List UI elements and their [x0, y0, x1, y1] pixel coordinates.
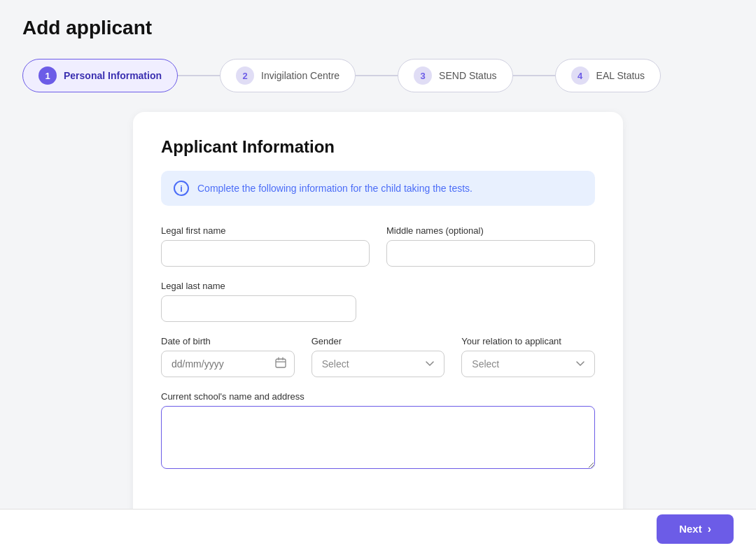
relation-group: Your relation to applicant Select Parent…	[461, 336, 595, 377]
step-3-label: SEND Status	[439, 70, 496, 81]
main-content: Applicant Information i Complete the fol…	[22, 112, 734, 531]
step-3-number: 3	[414, 66, 432, 85]
dob-input[interactable]	[161, 351, 295, 377]
gender-select[interactable]: Select Male Female Other	[312, 351, 445, 377]
step-2[interactable]: 2 Invigilation Centre	[220, 59, 356, 92]
relation-label: Your relation to applicant	[461, 336, 595, 346]
step-1[interactable]: 1 Personal Information	[22, 59, 178, 92]
school-textarea[interactable]	[161, 406, 595, 469]
relation-select[interactable]: Select Parent Guardian Other	[461, 351, 595, 377]
gender-label: Gender	[312, 336, 445, 346]
dob-label: Date of birth	[161, 336, 295, 346]
step-connector-1	[178, 75, 220, 76]
legal-last-name-label: Legal last name	[161, 281, 356, 291]
legal-first-name-group: Legal first name	[161, 225, 370, 267]
dob-input-wrapper	[161, 351, 295, 377]
school-group: Current school's name and address	[161, 391, 595, 469]
gender-group: Gender Select Male Female Other	[312, 336, 445, 377]
bottom-bar: Next ›	[0, 509, 756, 548]
step-connector-3	[513, 75, 555, 76]
step-1-label: Personal Information	[64, 70, 162, 81]
step-1-number: 1	[38, 66, 57, 85]
step-3[interactable]: 3 SEND Status	[398, 59, 512, 92]
form-row-2: Legal last name	[161, 281, 595, 322]
dob-group: Date of birth	[161, 336, 295, 377]
step-4[interactable]: 4 EAL Status	[555, 59, 662, 92]
legal-first-name-label: Legal first name	[161, 225, 370, 236]
next-button[interactable]: Next ›	[657, 514, 734, 544]
stepper: 1 Personal Information 2 Invigilation Ce…	[22, 59, 734, 92]
middle-names-input[interactable]	[386, 240, 595, 267]
applicant-info-card: Applicant Information i Complete the fol…	[133, 112, 623, 531]
legal-last-name-group: Legal last name	[161, 281, 356, 322]
school-label: Current school's name and address	[161, 391, 595, 402]
step-4-number: 4	[571, 66, 589, 85]
form-row-4: Current school's name and address	[161, 391, 595, 469]
form-row-1: Legal first name Middle names (optional)	[161, 225, 595, 267]
step-2-label: Invigilation Centre	[261, 70, 340, 81]
page-title: Add applicant	[22, 17, 734, 39]
card-title: Applicant Information	[161, 137, 595, 157]
info-banner-text: Complete the following information for t…	[197, 183, 472, 194]
step-2-number: 2	[236, 66, 254, 85]
step-4-label: EAL Status	[596, 70, 645, 81]
info-banner: i Complete the following information for…	[161, 171, 595, 206]
middle-names-group: Middle names (optional)	[386, 225, 595, 267]
form-row-3: Date of birth Gender	[161, 336, 595, 377]
legal-first-name-input[interactable]	[161, 240, 370, 267]
middle-names-label: Middle names (optional)	[386, 225, 595, 236]
next-arrow-icon: ›	[708, 523, 711, 535]
next-button-label: Next	[679, 523, 702, 535]
step-connector-2	[356, 75, 398, 76]
page-container: Add applicant 1 Personal Information 2 I…	[0, 0, 756, 548]
info-icon: i	[174, 181, 189, 196]
legal-last-name-input[interactable]	[161, 295, 356, 322]
